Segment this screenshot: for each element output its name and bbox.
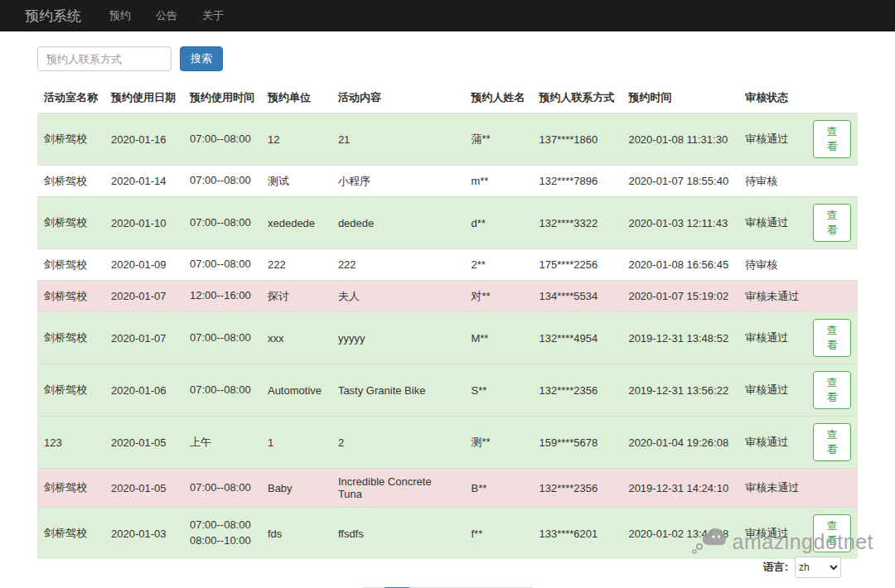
navbar: 预约系统 预约 公告 关于 — [0, 0, 895, 31]
table-row: 剑桥驾校2020-01-0507:00--08:00BabyIncredible… — [37, 469, 858, 508]
cell-contact: 132****7896 — [532, 166, 622, 197]
cell-action: 查看 — [806, 197, 858, 249]
cell-status: 审核未通过 — [738, 281, 806, 312]
view-button[interactable]: 查看 — [813, 514, 851, 552]
cell-action — [806, 249, 858, 281]
nav-item-announcement[interactable]: 公告 — [156, 8, 177, 23]
table-body: 剑桥驾校2020-01-1607:00--08:001221蒲**137****… — [37, 113, 858, 560]
cell-name: 测** — [464, 417, 532, 469]
cell-status: 审核通过 — [738, 312, 806, 364]
cell-name: S** — [464, 364, 532, 417]
search-bar: 搜索 — [37, 46, 895, 71]
cell-time: 07:00--08:00 — [183, 249, 261, 281]
cell-unit: fds — [261, 508, 331, 560]
header-booked: 预约时间 — [622, 83, 738, 113]
cell-content: yyyyy — [331, 312, 465, 364]
header-unit: 预约单位 — [261, 83, 331, 113]
cell-content: 2 — [331, 417, 465, 469]
header-date: 预约使用日期 — [104, 83, 183, 113]
cell-status: 审核未通过 — [738, 469, 806, 508]
cell-status: 审核通过 — [738, 417, 806, 469]
cell-booked-at: 2020-01-03 12:11:43 — [622, 197, 738, 249]
cell-content: 222 — [331, 249, 465, 281]
cell-content: 21 — [331, 113, 465, 166]
cell-action: 查看 — [806, 113, 858, 166]
cell-booked-at: 2019-12-31 13:48:52 — [622, 312, 738, 364]
cell-time: 12:00--16:00 — [183, 281, 261, 312]
nav-item-about[interactable]: 关于 — [202, 8, 224, 23]
cell-date: 2020-01-05 — [104, 417, 183, 469]
cell-contact: 175****2256 — [532, 249, 622, 281]
cell-time: 07:00--08:00 — [183, 312, 261, 364]
cell-date: 2020-01-14 — [104, 166, 183, 197]
search-button[interactable]: 搜索 — [180, 46, 223, 71]
language-label: 语言: — [763, 560, 788, 575]
cell-date: 2020-01-07 — [104, 312, 183, 364]
cell-status: 审核通过 — [738, 197, 806, 249]
cell-contact: 132****4954 — [532, 312, 622, 364]
cell-room: 剑桥驾校 — [37, 281, 104, 312]
cell-room: 剑桥驾校 — [37, 312, 104, 364]
language-select[interactable]: zh — [795, 557, 841, 578]
booking-table: 活动室名称 预约使用日期 预约使用时间 预约单位 活动内容 预约人姓名 预约人联… — [37, 83, 858, 559]
cell-date: 2020-01-10 — [104, 197, 183, 249]
cell-name: M** — [464, 312, 532, 364]
cell-action: 查看 — [806, 508, 858, 560]
cell-date: 2020-01-05 — [104, 469, 183, 508]
header-action — [806, 83, 858, 113]
cell-unit: 1 — [261, 417, 331, 469]
cell-action: 查看 — [806, 417, 858, 469]
cell-room: 剑桥驾校 — [37, 249, 104, 281]
cell-room: 剑桥驾校 — [37, 197, 104, 249]
cell-booked-at: 2020-01-07 15:19:02 — [622, 281, 738, 312]
cell-status: 审核通过 — [738, 113, 806, 166]
cell-time: 07:00--08:00 — [183, 113, 261, 166]
view-button[interactable]: 查看 — [813, 423, 851, 461]
cell-time: 07:00--08:00 — [183, 166, 261, 197]
table-row: 剑桥驾校2020-01-0607:00--08:00AutomotiveTast… — [37, 364, 858, 417]
cell-content: ffsdfs — [331, 508, 465, 560]
table-row: 剑桥驾校2020-01-0712:00--16:00探讨夫人对**134****… — [37, 281, 858, 312]
table-row: 剑桥驾校2020-01-1607:00--08:001221蒲**137****… — [37, 113, 858, 166]
cell-action — [806, 469, 858, 508]
cell-action — [806, 281, 858, 312]
cell-name: m** — [464, 166, 532, 197]
view-button[interactable]: 查看 — [813, 120, 851, 158]
view-button[interactable]: 查看 — [813, 371, 851, 409]
cell-booked-at: 2020-01-07 18:55:40 — [622, 166, 738, 197]
cell-contact: 132****2356 — [532, 469, 622, 508]
search-input[interactable] — [37, 46, 172, 71]
brand-link[interactable]: 预约系统 — [25, 7, 81, 26]
cell-name: 蒲** — [464, 113, 532, 166]
cell-contact: 133****6201 — [532, 508, 622, 560]
cell-date: 2020-01-07 — [104, 281, 183, 312]
cell-booked-at: 2020-01-02 13:44:38 — [622, 508, 738, 560]
cell-name: d** — [464, 197, 532, 249]
cell-action: 查看 — [806, 312, 858, 364]
cell-unit: 探讨 — [261, 281, 331, 312]
cell-name: 2** — [464, 249, 532, 281]
cell-status: 审核通过 — [738, 364, 806, 417]
cell-name: 对** — [464, 281, 532, 312]
table-row: 剑桥驾校2020-01-0707:00--08:00xxxyyyyyM**132… — [37, 312, 858, 364]
cell-status: 待审核 — [738, 166, 806, 197]
view-button[interactable]: 查看 — [813, 204, 851, 242]
cell-unit: Baby — [261, 469, 331, 508]
header-content: 活动内容 — [331, 83, 465, 113]
cell-content: dedede — [331, 197, 465, 249]
view-button[interactable]: 查看 — [813, 319, 851, 357]
cell-action: 查看 — [806, 364, 858, 417]
cell-contact: 132****3322 — [532, 197, 622, 249]
cell-date: 2020-01-03 — [104, 508, 183, 560]
cell-content: 小程序 — [331, 166, 465, 197]
nav-item-booking[interactable]: 预约 — [109, 8, 131, 23]
cell-action — [806, 166, 858, 197]
cell-content: Tasty Granite Bike — [331, 364, 465, 417]
cell-date: 2020-01-06 — [104, 364, 183, 417]
cell-unit: xededede — [261, 197, 331, 249]
cell-name: B** — [464, 469, 532, 508]
header-contact: 预约人联系方式 — [532, 83, 622, 113]
cell-status: 待审核 — [738, 249, 806, 281]
cell-time: 07:00--08:00 — [183, 197, 261, 249]
cell-room: 123 — [37, 417, 104, 469]
